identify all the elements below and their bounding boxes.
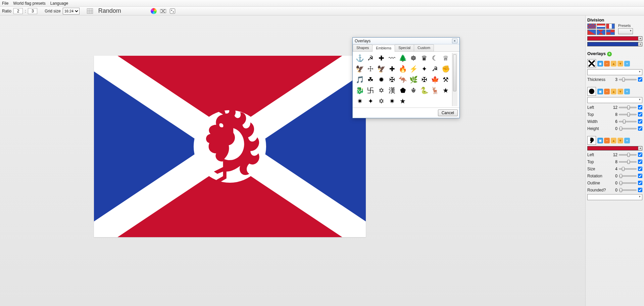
left-slider[interactable] — [619, 107, 637, 108]
emblem-cell[interactable]: 🦌 — [430, 85, 440, 95]
tab-special[interactable]: Special — [395, 44, 414, 51]
remove-button[interactable]: − — [604, 138, 610, 143]
emblem-cell[interactable]: ✡ — [376, 85, 386, 95]
move-up-button[interactable]: ▲ — [611, 61, 616, 67]
emblem-cell[interactable]: 🦅 — [376, 64, 386, 74]
division-thumb[interactable] — [606, 24, 615, 29]
emblem-cell[interactable]: ⚡ — [408, 64, 418, 74]
add-child-button[interactable]: + — [624, 138, 630, 143]
clone-button[interactable]: ▣ — [597, 89, 603, 94]
emblem-cell[interactable]: 〰 — [387, 53, 397, 63]
menu-language[interactable]: Language — [50, 1, 68, 6]
gridsize-select[interactable]: 16:24 — [63, 8, 80, 14]
emblem-cell[interactable]: 🔥 — [398, 64, 408, 74]
outline-slider[interactable] — [619, 182, 637, 184]
emblem-cell[interactable]: ✠ — [419, 75, 429, 85]
overlay-color[interactable]: ▾ — [587, 146, 642, 150]
division-thumb[interactable] — [597, 24, 605, 29]
clone-button[interactable]: ▣ — [597, 61, 603, 67]
ratio-b-input[interactable] — [28, 8, 37, 14]
emblem-cell[interactable]: ✦ — [365, 96, 376, 106]
emblem-cell[interactable]: ♕ — [441, 53, 451, 63]
menu-file[interactable]: File — [2, 1, 8, 6]
width-slider[interactable] — [619, 121, 637, 122]
emblem-cell[interactable]: ✡ — [376, 96, 386, 106]
emblem-cell[interactable]: 卐 — [365, 85, 376, 95]
emblem-cell[interactable]: ✷ — [355, 96, 365, 106]
emblem-cell[interactable]: 🌿 — [408, 75, 418, 85]
cancel-button[interactable]: Cancel — [438, 110, 458, 116]
emblem-cell[interactable]: 漢 — [387, 85, 397, 95]
emblem-cell[interactable]: ✠ — [387, 75, 397, 85]
emblem-cell[interactable]: ☾ — [430, 53, 440, 63]
rotation-lock[interactable] — [638, 174, 642, 178]
top-lock[interactable] — [638, 160, 642, 164]
emblem-cell[interactable]: ✦ — [419, 64, 429, 74]
add-child-button[interactable]: + — [624, 89, 630, 94]
emblem-cell[interactable]: 🦘 — [398, 75, 408, 85]
emblem-cell[interactable]: ★ — [441, 85, 451, 95]
top-lock[interactable] — [638, 112, 642, 117]
emblem-cell[interactable]: ☩ — [365, 64, 376, 74]
emblem-cell[interactable]: ☸ — [408, 53, 418, 63]
rounded-slider[interactable] — [619, 189, 637, 191]
overlay-color-combo[interactable] — [587, 97, 642, 103]
height-slider[interactable] — [619, 128, 637, 129]
emblem-cell[interactable]: ✹ — [376, 75, 386, 85]
division-thumb[interactable] — [606, 30, 615, 35]
overlay-thumb[interactable] — [587, 87, 596, 96]
ratio-a-input[interactable] — [13, 8, 23, 14]
overlay-color-combo[interactable] — [587, 69, 642, 75]
emblem-cell[interactable]: 🎵 — [355, 75, 365, 85]
emblem-cell[interactable]: ☭ — [365, 53, 376, 63]
emblem-cell[interactable]: 🐉 — [355, 85, 365, 95]
overlay-extra-combo[interactable] — [587, 194, 642, 200]
division-color-2[interactable]: ▾ — [587, 42, 642, 46]
menu-world-flag-presets[interactable]: World flag presets — [13, 1, 46, 6]
move-down-button[interactable]: ▼ — [617, 61, 623, 67]
toggle-grid-button[interactable] — [86, 7, 94, 15]
move-down-button[interactable]: ▼ — [617, 89, 623, 94]
emblem-cell[interactable]: ☭ — [430, 64, 440, 74]
emblem-cell[interactable]: ✷ — [387, 96, 397, 106]
random-button[interactable]: Random — [98, 7, 121, 14]
move-up-button[interactable]: ▲ — [611, 138, 616, 143]
overlay-thumb[interactable] — [587, 59, 596, 68]
emblem-cell[interactable]: 🐍 — [419, 85, 429, 95]
left-slider[interactable] — [619, 154, 637, 156]
presets-combo[interactable] — [618, 28, 633, 34]
division-color-1[interactable]: ▾ — [587, 36, 642, 41]
top-slider[interactable] — [619, 161, 637, 163]
move-down-button[interactable]: ▼ — [617, 138, 623, 143]
tab-custom[interactable]: Custom — [414, 44, 434, 51]
scrollbar-thumb[interactable] — [453, 54, 456, 91]
remove-button[interactable]: − — [604, 89, 610, 94]
thickness-lock[interactable] — [638, 77, 642, 82]
width-lock[interactable] — [638, 119, 642, 124]
dialog-scrollbar[interactable] — [452, 53, 457, 106]
top-slider[interactable] — [619, 114, 637, 115]
emblem-cell[interactable]: ★ — [398, 96, 408, 106]
emblem-cell[interactable]: ⚒ — [441, 75, 451, 85]
remove-button[interactable]: − — [604, 61, 610, 67]
tab-emblems[interactable]: Emblems — [372, 45, 395, 52]
division-thumb[interactable] — [587, 24, 596, 29]
size-lock[interactable] — [638, 167, 642, 171]
emblem-cell[interactable]: ⚓ — [355, 53, 365, 63]
left-lock[interactable] — [638, 105, 642, 110]
emblem-cell[interactable]: ☬ — [408, 85, 418, 95]
emblem-cell[interactable]: 🍁 — [430, 75, 440, 85]
tab-shapes[interactable]: Shapes — [353, 44, 373, 51]
emblem-cell[interactable]: 🌲 — [398, 53, 408, 63]
rounded-lock[interactable] — [638, 188, 642, 192]
left-lock[interactable] — [638, 152, 642, 157]
move-up-button[interactable]: ▲ — [611, 89, 616, 94]
emblem-cell[interactable]: ⬟ — [398, 85, 408, 95]
height-lock[interactable] — [638, 126, 642, 131]
dice-button[interactable] — [169, 7, 176, 15]
overlay-thumb[interactable] — [587, 136, 596, 145]
rotation-slider[interactable] — [619, 175, 637, 177]
dialog-titlebar[interactable]: Overlays ✕ — [353, 38, 459, 44]
emblem-cell[interactable]: ✚ — [387, 64, 397, 74]
division-thumb[interactable] — [597, 30, 605, 35]
